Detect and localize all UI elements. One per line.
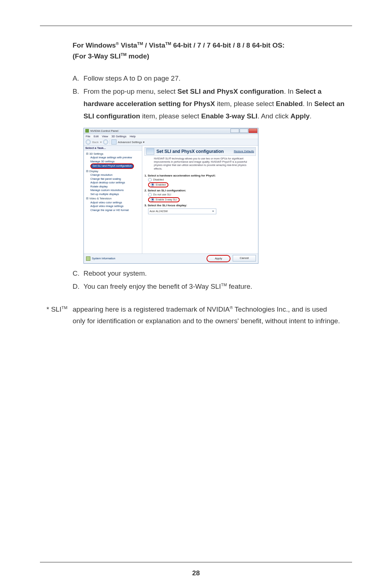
radio-disabled[interactable]: Disabled — [148, 178, 256, 182]
tree-node[interactable]: Change flat panel scaling — [86, 177, 140, 181]
radio-icon — [151, 198, 154, 202]
tree-node[interactable]: Rotate display — [86, 185, 140, 189]
b: Set SLI and PhysX configuration — [177, 88, 284, 95]
tm-mark: TM — [137, 41, 143, 46]
window-title: NVIDIA Control Panel — [90, 129, 118, 133]
focus-display-select[interactable]: Acer AL2423W ▾ — [148, 208, 216, 214]
tree-node[interactable]: Manage custom resolutions — [86, 188, 140, 192]
status-bar: System Information Apply Cancel — [84, 254, 258, 263]
sidebar-heading: Select a Task... — [84, 146, 142, 151]
highlight-oval: Enabled — [148, 182, 168, 187]
steps-list-cont: C. Reboot your system. D. You can freely… — [73, 267, 348, 293]
back-button[interactable] — [86, 139, 91, 145]
step-label: A. — [73, 72, 83, 85]
view-mode-icon[interactable] — [111, 139, 117, 145]
menu-bar: File Edit View 3D Settings Help — [84, 134, 258, 139]
main-panel: Set SLI and PhysX configuration Restore … — [142, 146, 258, 254]
tree-node[interactable]: Adjust video color settings — [86, 201, 140, 205]
radio-icon — [151, 183, 154, 187]
system-information-link[interactable]: System Information — [86, 256, 115, 261]
tm-mark: TM — [221, 282, 227, 287]
tree-node-sli-highlight[interactable]: Set SLI and PhysX configuration — [90, 163, 134, 169]
t: feature. — [227, 283, 252, 290]
toolbar: Back ▾ Advanced Settings ▾ — [84, 139, 258, 146]
fn-text: appearing here is a registered trademark… — [73, 305, 230, 313]
tree-node[interactable]: Adjust image settings with preview — [86, 156, 140, 160]
radio-label: Enabled — [156, 183, 166, 186]
apply-button[interactable]: Apply — [207, 255, 230, 262]
main-title-row: Set SLI and PhysX configuration Restore … — [144, 147, 256, 156]
close-button[interactable] — [249, 129, 257, 133]
step-body: From the pop-up menu, select Set SLI and… — [83, 85, 348, 123]
tm-mark: TM — [61, 305, 67, 310]
reg-mark: ® — [116, 41, 119, 46]
tree-group-video[interactable]: ⊟ Video & Television — [86, 197, 140, 201]
button-row: Apply Cancel — [207, 255, 256, 262]
t: item, please select — [215, 100, 276, 108]
select-value: Acer AL2423W — [150, 210, 168, 213]
tm-mark: TM — [121, 52, 126, 57]
tree-node[interactable]: Set up multiple displays — [86, 192, 140, 196]
step-label: B. — [73, 85, 83, 123]
t: . — [310, 112, 311, 120]
b: Enable 3-way SLI — [201, 112, 257, 120]
tree-group-3d[interactable]: ⊟ 3D Settings — [86, 152, 140, 156]
section-1-label: 1. Select a hardware acceleration settin… — [144, 174, 256, 177]
menu-view[interactable]: View — [102, 135, 108, 138]
chevron-down-icon: ▾ — [211, 210, 215, 213]
t: . And click — [257, 112, 290, 120]
tree-node[interactable]: Adjust desktop color settings — [86, 181, 140, 185]
nvidia-logo-icon — [85, 129, 89, 133]
t: . In — [303, 100, 314, 108]
footnote: * SLITM appearing here is a registered t… — [73, 304, 348, 327]
tree-node[interactable]: Manage 3D settings — [86, 160, 140, 164]
task-tree: ⊟ 3D Settings Adjust image settings with… — [84, 151, 142, 213]
head-text: 64-bit / 7 / 7 64-bit / 8 / 8 64-bit OS: — [171, 41, 285, 49]
step-label: D. — [73, 280, 83, 293]
toolbar-dropdown[interactable]: Advanced Settings ▾ — [118, 141, 144, 144]
tree-group-display[interactable]: ⊟ Display — [86, 170, 140, 174]
minimize-button[interactable] — [230, 129, 239, 133]
embedded-screenshot: NVIDIA Control Panel File Edit View 3D S… — [83, 128, 348, 264]
tree-node[interactable]: Change resolution — [86, 173, 140, 177]
info-icon — [86, 256, 90, 261]
fn-text: * SLI — [46, 305, 61, 313]
step-body: Reboot your system. — [83, 267, 348, 280]
window-buttons — [230, 129, 257, 133]
radio-no-sli[interactable]: Do not use SLI — [148, 193, 256, 196]
restore-defaults-link[interactable]: Restore Defaults — [234, 150, 254, 153]
cancel-button[interactable]: Cancel — [233, 255, 256, 261]
top-rule — [40, 25, 352, 26]
tree-node[interactable]: Adjust video image settings — [86, 204, 140, 208]
footnote-line1: appearing here is a registered trademark… — [73, 304, 327, 315]
forward-button[interactable] — [103, 139, 108, 145]
radio-3way-sli[interactable]: Enable 3-way SLI — [148, 197, 256, 202]
bottom-rule — [40, 562, 352, 563]
steps-list: A. Follow steps A to D on page 27. B. Fr… — [73, 72, 348, 123]
b: Enabled — [276, 100, 303, 108]
section-3-label: 3. Select the SLI focus display: — [144, 204, 256, 207]
step-body: Follow steps A to D on page 27. — [83, 72, 348, 85]
window-titlebar[interactable]: NVIDIA Control Panel — [84, 128, 258, 134]
head-text: / Vista — [143, 41, 165, 49]
tm-mark: TM — [165, 41, 171, 46]
sysinfo-label: System Information — [92, 257, 115, 260]
step-body: You can freely enjoy the benefit of 3-Wa… — [83, 280, 348, 293]
b: Apply — [290, 112, 310, 120]
menu-3d-settings[interactable]: 3D Settings — [111, 135, 126, 138]
separator — [110, 140, 110, 144]
footnote-line2: only for identification or explanation a… — [73, 315, 348, 327]
menu-help[interactable]: Help — [130, 135, 135, 138]
sli-icon — [146, 148, 154, 155]
radio-enabled[interactable]: Enabled — [148, 182, 256, 187]
tree-node[interactable]: Change the signal or HD format — [86, 208, 140, 212]
step-a: A. Follow steps A to D on page 27. — [73, 72, 348, 85]
sidebar: Select a Task... ⊟ 3D Settings Adjust im… — [84, 146, 142, 254]
menu-edit[interactable]: Edit — [94, 135, 99, 138]
head-text: For Windows — [73, 41, 116, 49]
menu-file[interactable]: File — [86, 135, 90, 138]
fn-text: Technologies Inc., and is used — [233, 305, 327, 313]
section-2-label: 2. Select an SLI configuration: — [144, 189, 256, 192]
highlight-oval: Enable 3-way SLI — [148, 197, 180, 202]
maximize-button[interactable] — [240, 129, 248, 133]
